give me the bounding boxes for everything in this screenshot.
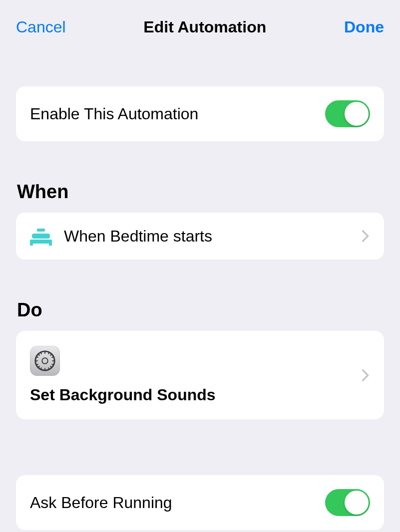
- svg-rect-4: [49, 243, 52, 246]
- enable-automation-row: Enable This Automation: [16, 86, 384, 141]
- when-section-header: When: [16, 181, 384, 203]
- cancel-button[interactable]: Cancel: [16, 18, 66, 36]
- when-trigger-row[interactable]: When Bedtime starts: [16, 213, 384, 260]
- enable-automation-toggle[interactable]: [325, 100, 370, 127]
- svg-rect-1: [32, 234, 50, 239]
- svg-line-12: [50, 366, 52, 368]
- chevron-right-icon: [361, 229, 370, 244]
- svg-rect-2: [30, 240, 52, 244]
- do-section-header: Do: [16, 299, 384, 321]
- settings-app-icon: [30, 346, 60, 376]
- when-trigger-label: When Bedtime starts: [64, 227, 349, 246]
- nav-bar: Cancel Edit Automation Done: [0, 0, 400, 36]
- svg-line-11: [38, 354, 40, 356]
- done-button[interactable]: Done: [344, 18, 384, 36]
- page-title: Edit Automation: [143, 18, 266, 36]
- ask-before-running-row: Ask Before Running: [16, 475, 384, 530]
- svg-line-14: [38, 366, 40, 368]
- enable-automation-label: Enable This Automation: [30, 105, 313, 123]
- svg-rect-0: [37, 229, 45, 232]
- svg-point-6: [42, 358, 48, 364]
- svg-rect-3: [30, 243, 33, 246]
- do-action-row[interactable]: Set Background Sounds: [16, 331, 384, 419]
- do-action-title: Set Background Sounds: [30, 386, 216, 404]
- chevron-right-icon: [361, 368, 370, 383]
- ask-before-running-label: Ask Before Running: [30, 494, 313, 512]
- svg-line-13: [50, 354, 52, 356]
- ask-before-running-toggle[interactable]: [325, 489, 370, 516]
- bed-icon: [30, 227, 52, 246]
